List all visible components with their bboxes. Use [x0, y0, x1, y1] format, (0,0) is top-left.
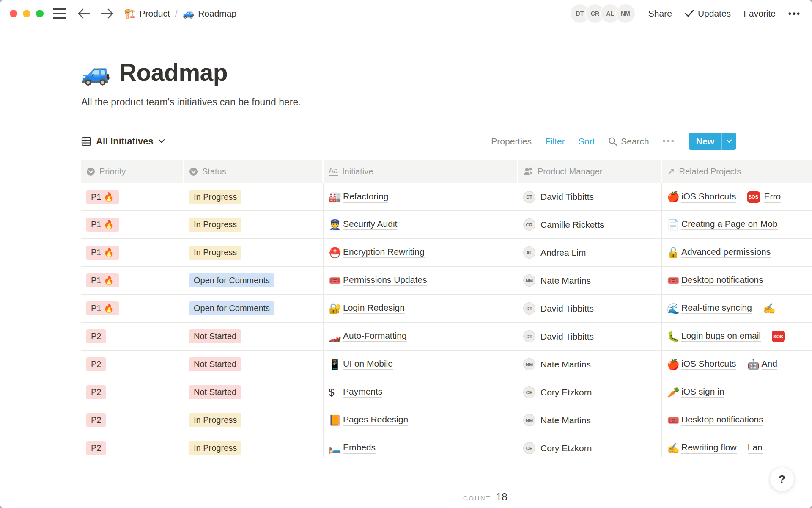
- cell-product-manager[interactable]: ALAndrea Lim: [518, 239, 662, 266]
- related-project-link[interactable]: Advanced permissions: [681, 247, 771, 258]
- back-arrow-icon[interactable]: [77, 7, 90, 20]
- collaborator-avatars[interactable]: DTCRALNM: [570, 3, 636, 24]
- status-tag[interactable]: In Progress: [189, 218, 241, 232]
- cell-priority[interactable]: P2: [81, 434, 184, 457]
- priority-tag[interactable]: P1 🔥: [86, 301, 119, 315]
- priority-tag[interactable]: P1 🔥: [86, 190, 119, 204]
- related-project-link[interactable]: iOS sign in: [681, 387, 724, 398]
- status-tag[interactable]: In Progress: [189, 441, 241, 455]
- cell-priority[interactable]: P1 🔥: [81, 267, 184, 294]
- priority-tag[interactable]: P1 🔥: [86, 246, 119, 260]
- cell-related-projects[interactable]: 📄Creating a Page on Mob: [662, 211, 812, 238]
- related-project-link[interactable]: Desktop notifications: [681, 275, 763, 286]
- cell-initiative[interactable]: ⛑️Encryption Rewriting: [324, 239, 518, 266]
- priority-tag[interactable]: P2: [86, 329, 106, 343]
- column-header-priority[interactable]: Priority: [81, 160, 184, 183]
- cell-initiative[interactable]: 📙Pages Redesign: [324, 406, 518, 434]
- related-project-link[interactable]: Rewriting flow: [681, 442, 737, 454]
- cell-priority[interactable]: P1 🔥: [81, 295, 184, 322]
- related-project-link[interactable]: Desktop notifications: [681, 414, 763, 426]
- priority-tag[interactable]: P2: [86, 441, 106, 455]
- cell-initiative[interactable]: 🏭Refactoring: [324, 183, 518, 210]
- cell-product-manager[interactable]: CECory Etzkorn: [518, 434, 662, 457]
- cell-initiative[interactable]: $Payments: [324, 378, 518, 406]
- related-project-link[interactable]: Creating a Page on Mob: [681, 219, 778, 230]
- cell-product-manager[interactable]: DTDavid Tibbitts: [518, 295, 662, 322]
- status-tag[interactable]: In Progress: [189, 413, 241, 427]
- related-project-item[interactable]: SOSErro: [747, 191, 781, 203]
- cell-product-manager[interactable]: CRCamille Ricketts: [518, 211, 662, 238]
- cell-related-projects[interactable]: 🍎iOS ShortcutsSOSErro: [662, 183, 812, 210]
- initiative-page-link[interactable]: Encryption Rewriting: [343, 247, 425, 258]
- initiative-page-link[interactable]: Login Redesign: [343, 303, 405, 314]
- related-project-item[interactable]: 🥕iOS sign in: [667, 387, 724, 398]
- cell-status[interactable]: In Progress: [184, 434, 324, 457]
- sidebar-menu-icon[interactable]: [53, 8, 66, 19]
- cell-status[interactable]: In Progress: [184, 406, 324, 434]
- cell-product-manager[interactable]: NMNate Martins: [518, 406, 662, 434]
- priority-tag[interactable]: P1 🔥: [86, 273, 119, 287]
- related-project-link[interactable]: And: [762, 359, 777, 370]
- favorite-button[interactable]: Favorite: [743, 8, 776, 19]
- status-tag[interactable]: In Progress: [189, 246, 241, 260]
- zoom-window-button[interactable]: [36, 10, 44, 17]
- related-project-item[interactable]: SOS: [772, 331, 789, 342]
- related-project-item[interactable]: 🌊Real-time syncing: [667, 303, 752, 314]
- cell-related-projects[interactable]: 🥕iOS sign in: [662, 378, 812, 406]
- initiative-page-link[interactable]: Pages Redesign: [343, 414, 408, 426]
- help-button[interactable]: ?: [770, 467, 794, 491]
- priority-tag[interactable]: P1 🔥: [86, 218, 119, 232]
- cell-related-projects[interactable]: 🔓Advanced permissions: [662, 239, 812, 266]
- cell-product-manager[interactable]: CECory Etzkorn: [518, 378, 662, 406]
- related-project-item[interactable]: 🔓Advanced permissions: [667, 247, 771, 258]
- status-tag[interactable]: Not Started: [189, 385, 241, 399]
- cell-priority[interactable]: P2: [81, 323, 184, 350]
- related-project-link[interactable]: Real-time syncing: [681, 303, 752, 314]
- more-options-icon[interactable]: •••: [788, 9, 801, 19]
- cell-product-manager[interactable]: DTDavid Tibbitts: [518, 183, 662, 210]
- view-switcher[interactable]: All Initiatives: [81, 136, 165, 147]
- related-project-item[interactable]: 🍎iOS Shortcuts: [667, 191, 736, 203]
- priority-tag[interactable]: P2: [86, 413, 106, 427]
- column-header-initiative[interactable]: Aa Initiative: [324, 160, 518, 183]
- cell-related-projects[interactable]: 🐛Login bugs on emailSOS: [662, 323, 812, 350]
- cell-priority[interactable]: P2: [81, 406, 184, 434]
- new-button-chevron-icon[interactable]: [721, 133, 736, 150]
- related-project-link[interactable]: Lan: [748, 442, 763, 454]
- updates-button[interactable]: Updates: [685, 8, 731, 19]
- cell-status[interactable]: In Progress: [184, 183, 324, 210]
- related-project-item[interactable]: 🐛Login bugs on email: [667, 331, 761, 342]
- minimize-window-button[interactable]: [23, 10, 30, 17]
- new-button[interactable]: New: [689, 133, 736, 150]
- related-project-item[interactable]: 🤖And: [747, 359, 777, 370]
- status-tag[interactable]: Open for Comments: [189, 273, 274, 287]
- related-project-item[interactable]: ✍️: [763, 304, 777, 314]
- cell-initiative[interactable]: 🏎️Auto-Formatting: [324, 323, 518, 350]
- breadcrumb-item-product[interactable]: 🏗️ Product: [124, 8, 170, 19]
- properties-button[interactable]: Properties: [491, 136, 532, 146]
- cell-status[interactable]: In Progress: [184, 211, 324, 238]
- cell-related-projects[interactable]: 🌊Real-time syncing✍️: [662, 295, 812, 322]
- cell-status[interactable]: Not Started: [184, 351, 324, 378]
- initiative-page-link[interactable]: UI on Mobile: [343, 359, 393, 370]
- column-header-status[interactable]: Status: [184, 160, 324, 183]
- cell-priority[interactable]: P2: [81, 351, 184, 378]
- initiative-page-link[interactable]: Auto-Formatting: [343, 331, 407, 342]
- related-project-link[interactable]: iOS Shortcuts: [681, 191, 736, 203]
- cell-initiative[interactable]: 📱UI on Mobile: [324, 351, 518, 378]
- close-window-button[interactable]: [10, 10, 17, 17]
- related-project-item[interactable]: 📄Creating a Page on Mob: [667, 219, 778, 230]
- cell-related-projects[interactable]: ✍️Rewriting flowLan: [662, 434, 812, 457]
- cell-priority[interactable]: P1 🔥: [81, 239, 184, 266]
- initiative-page-link[interactable]: Permissions Updates: [343, 275, 427, 286]
- cell-product-manager[interactable]: NMNate Martins: [518, 351, 662, 378]
- related-project-link[interactable]: Login bugs on email: [681, 331, 761, 342]
- status-tag[interactable]: In Progress: [189, 190, 241, 204]
- sort-button[interactable]: Sort: [579, 136, 595, 146]
- related-project-item[interactable]: 🍎iOS Shortcuts: [667, 359, 736, 370]
- status-tag[interactable]: Not Started: [189, 329, 241, 343]
- initiative-page-link[interactable]: Security Audit: [343, 219, 397, 230]
- filter-button[interactable]: Filter: [545, 136, 565, 146]
- status-tag[interactable]: Not Started: [189, 357, 241, 371]
- column-header-related-projects[interactable]: ↗ Related Projects: [662, 160, 812, 183]
